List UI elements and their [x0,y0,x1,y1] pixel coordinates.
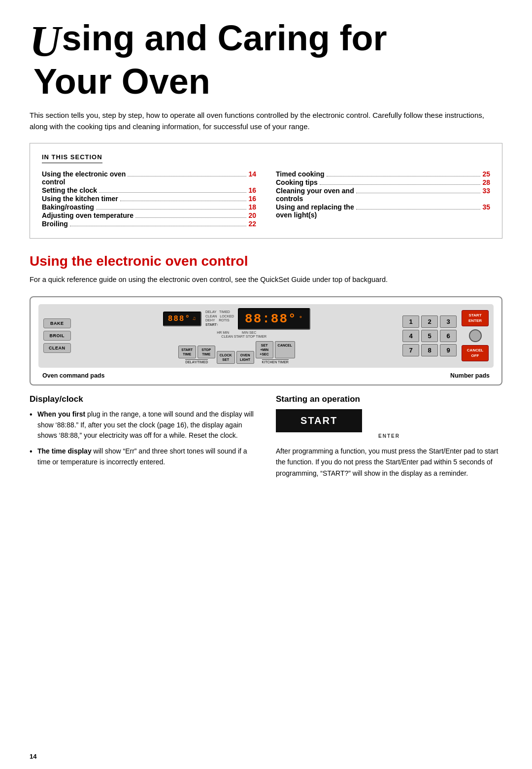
toc-page-9: 33 [482,187,490,195]
numpad-2[interactable]: 2 [421,315,438,328]
in-this-section-box: IN THIS SECTION Using the electronic ove… [30,143,502,239]
bullet-item-1: When you first plug in the range, a tone… [30,409,256,441]
oven-temp-display: 888° ♫ [163,312,201,326]
toc-dots-7 [327,176,481,176]
toc-label-4: Baking/roasting [42,203,94,211]
oven-time-display: 88:88° ° [238,308,310,330]
in-this-section-heading: IN THIS SECTION [42,153,102,163]
toc-dots-1 [128,176,246,176]
start-time-pad[interactable]: STARTTIME [178,346,196,358]
oven-control-panel: BAKE BROIL CLEAN 888° ♫ DELAY TIMED CLEA… [38,304,494,368]
clean-pad[interactable]: CLEAN [43,343,71,353]
toc-item-5: Adjusting oven temperature 20 [42,211,256,219]
oven-right-pads: STARTENTER CANCELOFF [462,310,489,361]
number-pad: 1 2 3 4 5 6 7 8 9 [402,315,457,356]
page-number: 14 [30,753,36,760]
toc-dots-8 [320,184,481,185]
start-enter-pad[interactable]: START [276,409,362,432]
set-min-pad[interactable]: SET+MIN+SEC [256,341,273,358]
bullet-1-bold: When you first [37,410,85,418]
toc-label-5: Adjusting oven temperature [42,211,133,219]
time-value: 88:88° [245,312,297,326]
toc-label-9: Cleaning your oven andcontrols [276,187,354,203]
oven-center-panel: 888° ♫ DELAY TIMED CLEAN LOCKED DEHY ROT… [76,308,398,364]
broil-pad[interactable]: BROIL [43,331,71,341]
cancel-off-button[interactable]: CANCELOFF [462,345,489,361]
toc-label-2: Setting the clock [42,186,97,194]
temp-value: 888° [168,315,191,323]
degree-symbol: ° [299,315,303,322]
toc-item-10: Using and replacing theoven light(s) 35 [276,203,490,219]
start-enter-button[interactable]: STARTENTER [462,310,489,326]
toc-item-8: Cooking tips 28 [276,178,490,186]
toc-page-7: 25 [482,170,490,178]
cancel-pad[interactable]: CANCEL [275,341,295,358]
section-main-heading: Using the electronic oven control [30,253,502,269]
oven-light-pad[interactable]: OVENLIGHT [236,351,254,364]
title-cursive-u: U [30,20,61,63]
numpad-3[interactable]: 3 [440,315,457,328]
toc-page-1: 14 [248,170,256,178]
toc-item-7: Timed cooking 25 [276,170,490,178]
display-clock-title: Display/clock [30,394,256,404]
right-label: Number pads [450,371,490,380]
toc-page-10: 35 [482,203,490,211]
toc-label-6: Broiling [42,220,68,228]
intro-paragraph: This section tells you, step by step, ho… [30,109,493,133]
toc-page-4: 18 [248,203,256,211]
toc-page-6: 22 [248,220,256,228]
center-pads: CLOCKSET OVENLIGHT [217,351,254,364]
delay-timed-group: STARTTIME STOPTIME DELAY/TIMED [178,346,215,364]
numpad-4[interactable]: 4 [402,330,419,342]
numpad-1[interactable]: 1 [402,315,419,328]
oven-left-pads: BAKE BROIL CLEAN [43,318,71,353]
oven-knob[interactable] [469,329,482,342]
left-label: Oven command pads [42,371,104,380]
section-intro-text: For a quick reference guide on using the… [30,274,502,285]
toc-page-8: 28 [482,178,490,186]
page-title-block: Using and Caring for Your Oven [30,20,502,101]
numpad-9[interactable]: 9 [440,344,457,356]
numpad-8[interactable]: 8 [421,344,438,356]
bottom-pads-row: STARTTIME STOPTIME DELAY/TIMED CLOCKSET … [178,341,295,364]
kitchen-timer-group: SET+MIN+SEC CANCEL KITCHEN TIMER [256,341,295,364]
numpad-7[interactable]: 7 [402,344,419,356]
display-sub-labels: HR MIN MIN SEC [217,331,256,334]
bullet-item-2: The time display will show “Err” and thr… [30,446,256,467]
bullet-2-bold: The time display [37,447,92,455]
title-line1-text: sing and Caring for [62,20,387,57]
numpad-5[interactable]: 5 [421,330,438,342]
toc-item-9: Cleaning your oven andcontrols 33 [276,187,490,203]
toc-page-5: 20 [248,211,256,219]
toc-label-7: Timed cooking [276,170,325,178]
toc-label-3: Using the kitchen timer [42,195,118,203]
toc-dots-9 [356,193,481,193]
delay-timed-label: DELAY/TIMED [185,359,208,364]
toc-dots-3 [120,201,247,201]
enter-sub-label: ENTER [276,433,502,439]
display-indicator-labels: DELAY TIMED CLEAN LOCKED DEHY ROTIS STAR… [205,310,234,327]
starting-operation-title: Starting an operation [276,394,502,404]
toc-right-column: Timed cooking 25 Cooking tips 28 Cleanin… [276,170,490,228]
fan-icon: ♫ [193,316,197,321]
toc-dots-5 [135,217,247,218]
stop-time-pad[interactable]: STOPTIME [198,346,215,358]
operation-body-text: After programming a function, you must p… [276,446,502,479]
two-column-section: Display/clock When you first plug in the… [30,394,502,479]
toc-label-10: Using and replacing theoven light(s) [276,203,354,219]
toc-item-4: Baking/roasting 18 [42,203,256,211]
display-action-labels: CLEAN START STOP TIMER [206,335,266,338]
toc-item-6: Broiling 22 [42,220,256,228]
clock-set-pad[interactable]: CLOCKSET [217,351,235,364]
toc-dots-6 [70,226,247,226]
toc-dots-4 [96,209,247,210]
title-line2: Your Oven [33,63,502,101]
start-button-block: START ENTER [276,409,502,439]
numpad-6[interactable]: 6 [440,330,457,342]
bake-pad[interactable]: BAKE [43,318,71,328]
toc-page-3: 16 [248,195,256,203]
toc-label-1: Using the electronic ovencontrol [42,170,126,186]
display-clock-bullets: When you first plug in the range, a tone… [30,409,256,467]
toc-label-8: Cooking tips [276,178,318,186]
toc-dots-2 [99,192,246,193]
